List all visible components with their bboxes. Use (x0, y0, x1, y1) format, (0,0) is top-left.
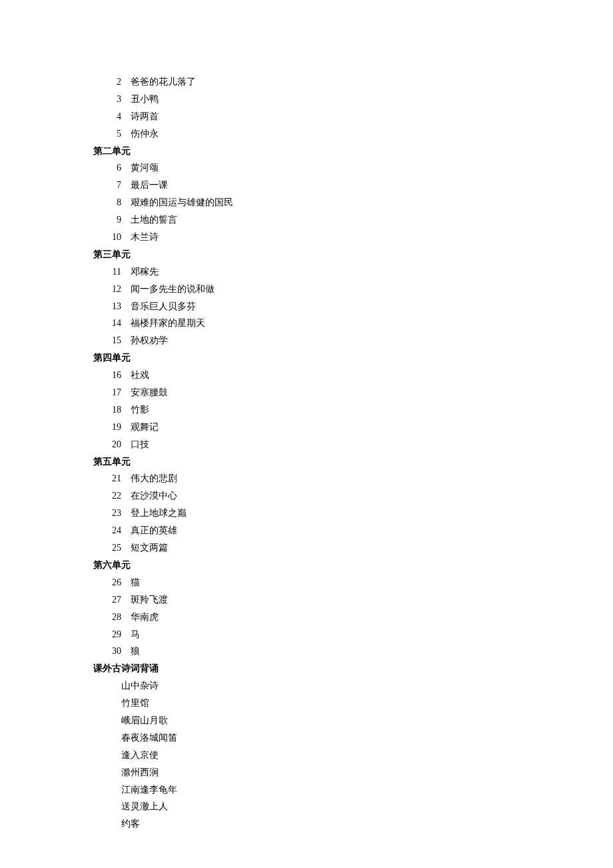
item-title: 竹影 (131, 401, 613, 419)
list-item: 27 斑羚飞渡 (93, 591, 613, 609)
item-number: 5 (112, 125, 131, 143)
item-number: 11 (112, 263, 131, 281)
item-title: 伟大的悲剧 (131, 470, 613, 487)
item-title: 马 (131, 626, 613, 643)
list-item: 10 木兰诗 (93, 229, 613, 246)
item-title: 爸爸的花儿落了 (131, 73, 613, 91)
item-title: 闻一多先生的说和做 (131, 281, 613, 298)
poem-item: 春夜洛城闻笛 (93, 729, 613, 747)
item-title: 口技 (131, 436, 613, 453)
item-title: 土地的誓言 (131, 211, 613, 229)
item-number: 15 (112, 332, 131, 349)
list-item: 6 黄河颂 (93, 159, 613, 177)
list-item: 5 伤仲永 (93, 125, 613, 143)
item-title: 音乐巨人贝多芬 (131, 298, 613, 315)
poems-heading: 课外古诗词背诵 (93, 660, 613, 677)
toc-container: 2 爸爸的花儿落了 3 丑小鸭 4 诗两首 5 伤仲永 第二单元 6 黄河颂 7… (93, 73, 613, 833)
item-number: 10 (112, 229, 131, 246)
list-item: 7 最后一课 (93, 177, 613, 194)
list-item: 30 狼 (93, 643, 613, 660)
item-title: 观舞记 (131, 419, 613, 436)
poem-item: 江南逢李龟年 (93, 781, 613, 799)
item-number: 24 (112, 522, 131, 539)
item-number: 27 (112, 591, 131, 609)
list-item: 11 邓稼先 (93, 263, 613, 281)
unit-heading-6: 第六单元 (93, 557, 613, 574)
poem-item: 约客 (93, 815, 613, 833)
list-item: 18 竹影 (93, 401, 613, 419)
item-title: 丑小鸭 (131, 91, 613, 108)
item-number: 14 (112, 315, 131, 332)
list-item: 14 福楼拜家的星期天 (93, 315, 613, 332)
poem-item: 竹里馆 (93, 695, 613, 712)
poem-item: 逢入京使 (93, 747, 613, 764)
item-number: 29 (112, 626, 131, 643)
item-title: 福楼拜家的星期天 (131, 315, 613, 332)
list-item: 12 闻一多先生的说和做 (93, 281, 613, 298)
item-number: 17 (112, 384, 131, 401)
list-item: 24 真正的英雄 (93, 522, 613, 539)
list-item: 3 丑小鸭 (93, 91, 613, 108)
item-title: 真正的英雄 (131, 522, 613, 539)
item-title: 斑羚飞渡 (131, 591, 613, 609)
item-number: 7 (112, 177, 131, 194)
item-number: 26 (112, 574, 131, 591)
poem-item: 滁州西涧 (93, 764, 613, 781)
list-item: 2 爸爸的花儿落了 (93, 73, 613, 91)
item-title: 猫 (131, 574, 613, 591)
item-number: 9 (112, 211, 131, 229)
list-item: 26 猫 (93, 574, 613, 591)
item-title: 华南虎 (131, 609, 613, 626)
item-title: 孙权劝学 (131, 332, 613, 349)
item-number: 21 (112, 470, 131, 487)
item-number: 25 (112, 539, 131, 557)
poem-item: 送灵澈上人 (93, 798, 613, 815)
item-number: 13 (112, 298, 131, 315)
unit-heading-4: 第四单元 (93, 349, 613, 367)
list-item: 21 伟大的悲剧 (93, 470, 613, 487)
item-title: 木兰诗 (131, 229, 613, 246)
item-number: 19 (112, 419, 131, 436)
list-item: 17 安塞腰鼓 (93, 384, 613, 401)
item-title: 安塞腰鼓 (131, 384, 613, 401)
item-number: 2 (112, 73, 131, 91)
item-title: 最后一课 (131, 177, 613, 194)
item-number: 6 (112, 159, 131, 177)
list-item: 29 马 (93, 626, 613, 643)
unit-heading-5: 第五单元 (93, 453, 613, 471)
item-title: 伤仲永 (131, 125, 613, 143)
list-item: 28 华南虎 (93, 609, 613, 626)
list-item: 16 社戏 (93, 367, 613, 384)
poem-item: 峨眉山月歌 (93, 712, 613, 729)
item-number: 4 (112, 108, 131, 125)
item-number: 28 (112, 609, 131, 626)
item-number: 12 (112, 281, 131, 298)
item-title: 在沙漠中心 (131, 487, 613, 505)
list-item: 4 诗两首 (93, 108, 613, 125)
item-title: 登上地球之巅 (131, 505, 613, 522)
item-number: 3 (112, 91, 131, 108)
item-title: 诗两首 (131, 108, 613, 125)
item-number: 8 (112, 194, 131, 211)
list-item: 23 登上地球之巅 (93, 505, 613, 522)
list-item: 9 土地的誓言 (93, 211, 613, 229)
item-title: 短文两篇 (131, 539, 613, 557)
list-item: 13 音乐巨人贝多芬 (93, 298, 613, 315)
list-item: 15 孙权劝学 (93, 332, 613, 349)
item-title: 社戏 (131, 367, 613, 384)
item-title: 邓稼先 (131, 263, 613, 281)
item-number: 20 (112, 436, 131, 453)
item-number: 16 (112, 367, 131, 384)
item-title: 艰难的国运与雄健的国民 (131, 194, 613, 211)
list-item: 20 口技 (93, 436, 613, 453)
item-title: 狼 (131, 643, 613, 660)
unit-heading-2: 第二单元 (93, 143, 613, 160)
item-number: 23 (112, 505, 131, 522)
list-item: 22 在沙漠中心 (93, 487, 613, 505)
poem-item: 山中杂诗 (93, 677, 613, 695)
item-number: 18 (112, 401, 131, 419)
item-number: 22 (112, 487, 131, 505)
item-title: 黄河颂 (131, 159, 613, 177)
list-item: 8 艰难的国运与雄健的国民 (93, 194, 613, 211)
unit-heading-3: 第三单元 (93, 246, 613, 263)
